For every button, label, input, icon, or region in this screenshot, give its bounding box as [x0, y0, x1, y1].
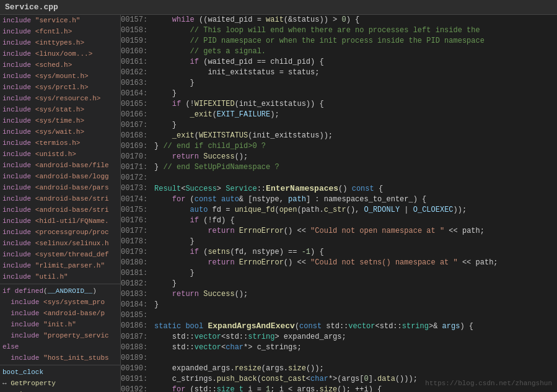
- code-line-186: 00186: static bool ExpandArgsAndExecv(co…: [121, 321, 557, 332]
- code-line-185: 00185:: [121, 310, 557, 321]
- code-line-170: 00170: return Success();: [121, 152, 557, 162]
- sidebar-include-16[interactable]: include <android-base/pars: [0, 182, 120, 193]
- code-line-167: 00167: }: [121, 120, 557, 131]
- code-line-169: 00169: } // end if child_pid>0 ?: [121, 141, 557, 152]
- sidebar-include-1[interactable]: include "service.h": [0, 15, 120, 26]
- sidebar-global-join[interactable]: ↔ Join: [0, 389, 120, 392]
- sidebar-include-8[interactable]: include <sys/resource.h>: [0, 93, 120, 104]
- code-line-171: 00171: } // end SetUpPidNamespace ?: [121, 162, 557, 173]
- sidebar-include-7[interactable]: include <sys/prctl.h>: [0, 82, 120, 93]
- code-line-187: 00187: std::vector<std::string> expanded…: [121, 332, 557, 342]
- code-line-172: 00172:: [121, 173, 557, 183]
- sidebar-include-26[interactable]: include <android-base/p: [0, 308, 120, 319]
- code-line-158: 00158: // This loop will end when there …: [121, 25, 557, 36]
- code-line-163: 00163: }: [121, 78, 557, 89]
- sidebar-include-28[interactable]: include "property_servic: [0, 330, 120, 341]
- code-line-174: 00174: for (const auto& [nstype, path] :…: [121, 194, 557, 205]
- code-line-181: 00181: }: [121, 268, 557, 279]
- sidebar-global-getproperty[interactable]: ↔ GetProperty: [0, 378, 120, 389]
- sidebar-include-2[interactable]: include <fcntl.h>: [0, 26, 120, 37]
- code-line-177: 00177: return ErrnoError() << "Could not…: [121, 226, 557, 237]
- code-line-166: 00166: _exit(EXIT_FAILURE);: [121, 110, 557, 120]
- code-line-179: 00179: if (setns(fd, nstype) == -1) {: [121, 247, 557, 258]
- sidebar-include-18[interactable]: include <android-base/stri: [0, 204, 120, 216]
- code-line-175: 00175: auto fd = unique_fd(open(path.c_s…: [121, 205, 557, 216]
- code-line-188: 00188: std::vector<char*> c_strings;: [121, 342, 557, 353]
- sidebar-include-22[interactable]: include <system/thread_def: [0, 249, 120, 260]
- sidebar-include-29[interactable]: include "host_init_stubs: [0, 352, 120, 364]
- sidebar-include-13[interactable]: include <unistd.h>: [0, 149, 120, 160]
- code-line-160: 00160: // gets a signal.: [121, 46, 557, 57]
- code-line-162: 00162: init_exitstatus = status;: [121, 68, 557, 78]
- code-line-182: 00182: }: [121, 279, 557, 289]
- code-line-190: 00190: expanded_args.resize(args.size())…: [121, 364, 557, 374]
- sidebar-include-17[interactable]: include <android-base/stri: [0, 193, 120, 204]
- sidebar-else[interactable]: else: [0, 341, 120, 352]
- sidebar-include-11[interactable]: include <sys/wait.h>: [0, 126, 120, 137]
- code-line-161: 00161: if (waited_pid == child_pid) {: [121, 57, 557, 68]
- sidebar-include-19[interactable]: include <hidl-util/FQName.: [0, 216, 120, 227]
- sidebar[interactable]: include "service.h" include <fcntl.h> in…: [0, 15, 121, 392]
- file-title: Service.cpp: [5, 2, 58, 12]
- code-line-180: 00180: return ErrnoError() << "Could not…: [121, 258, 557, 268]
- sidebar-include-4[interactable]: include <linux/oom...>: [0, 48, 120, 59]
- sidebar-include-14[interactable]: include <android-base/file: [0, 160, 120, 171]
- code-line-176: 00176: if (!fd) {: [121, 216, 557, 226]
- code-line-173: 00173: Result<Success> Service::EnterNam…: [121, 183, 557, 194]
- watermark: https://blog.csdn.net/zhangshun: [425, 380, 552, 387]
- code-area[interactable]: 00157: while ((waited_pid = wait(&status…: [121, 15, 557, 392]
- title-bar: Service.cpp: [0, 0, 557, 15]
- sidebar-include-23[interactable]: include "rlimit_parser.h": [0, 260, 120, 271]
- sidebar-include-6[interactable]: include <sys/mount.h>: [0, 71, 120, 82]
- sidebar-include-21[interactable]: include <selinux/selinux.h: [0, 238, 120, 249]
- code-line-159: 00159: // PID namespace or when the init…: [121, 36, 557, 46]
- code-line-183: 00183: return Success();: [121, 289, 557, 300]
- sidebar-include-27[interactable]: include "init.h": [0, 319, 120, 330]
- sidebar-include-20[interactable]: include <processgroup/proc: [0, 227, 120, 238]
- code-line-168: 00168: _exit(WEXITSTATUS(init_exitstatus…: [121, 131, 557, 141]
- sidebar-include-3[interactable]: include <inttypes.h>: [0, 37, 120, 48]
- sidebar-include-5[interactable]: include <sched.h>: [0, 59, 120, 71]
- sidebar-include-25[interactable]: include <sys/system_pro: [0, 297, 120, 308]
- code-line-165: 00165: if (!WIFEXITED(init_exitstatus)) …: [121, 99, 557, 110]
- code-line-184: 00184: }: [121, 300, 557, 310]
- sidebar-global-boot-clock[interactable]: boot_clock: [0, 367, 120, 378]
- sidebar-include-15[interactable]: include <android-base/logg: [0, 171, 120, 182]
- code-line-189: 00189:: [121, 353, 557, 364]
- sidebar-include-12[interactable]: include <termios.h>: [0, 137, 120, 149]
- main-container: include "service.h" include <fcntl.h> in…: [0, 15, 557, 392]
- sidebar-ifdef[interactable]: if defined(__ANDROID__): [0, 285, 120, 297]
- sidebar-include-10[interactable]: include <sys/time.h>: [0, 115, 120, 126]
- code-line-164: 00164: }: [121, 89, 557, 99]
- sidebar-include-9[interactable]: include <sys/stat.h>: [0, 104, 120, 115]
- code-line-178: 00178: }: [121, 237, 557, 247]
- code-line-157: 00157: while ((waited_pid = wait(&status…: [121, 15, 557, 25]
- sidebar-include-24[interactable]: include "util.h": [0, 271, 120, 282]
